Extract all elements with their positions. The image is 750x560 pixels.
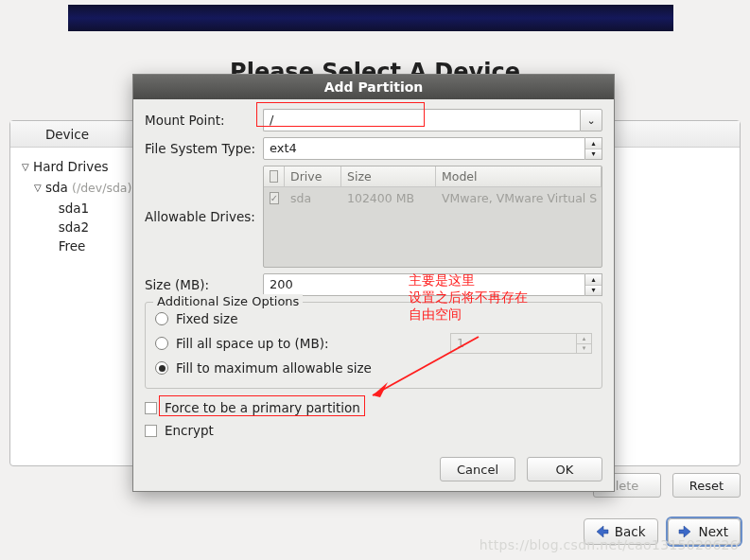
checkbox-icon [145, 425, 157, 437]
allowable-drives-list[interactable]: Drive Size Model sda 102400 MB VMware, V… [263, 166, 602, 268]
radio-icon [155, 312, 168, 325]
radio-icon [155, 337, 168, 350]
drives-row-sda[interactable]: sda 102400 MB VMware, VMware Virtual S [264, 187, 602, 208]
fs-type-label: File System Type: [145, 141, 263, 156]
row-size: Size (MB): 200 ▴ ▾ [145, 273, 602, 296]
drives-header: Drive Size Model [264, 166, 602, 187]
size-input[interactable]: 200 [263, 273, 585, 296]
chevron-up-icon: ▴ [585, 138, 602, 149]
checkbox-icon [145, 402, 157, 414]
row-mount-point: Mount Point: / ⌄ [145, 109, 602, 131]
allowable-drives-label: Allowable Drives: [145, 166, 263, 224]
dialog-title: Add Partition [133, 75, 614, 99]
radio-fill-up-to[interactable]: Fill all space up to (MB): 1 ▴▾ [155, 331, 592, 356]
size-label: Size (MB): [145, 277, 263, 292]
radio-fixed-size[interactable]: Fixed size [155, 306, 592, 331]
chevron-up-icon: ▴ [585, 274, 602, 286]
size-spinner[interactable]: ▴ ▾ [585, 273, 602, 296]
drive-checkbox[interactable] [270, 192, 279, 204]
row-allowable-drives: Allowable Drives: Drive Size Model sda 1… [145, 166, 602, 268]
column-device[interactable]: Device [10, 127, 124, 142]
radio-icon [155, 361, 168, 375]
additional-size-options: Additional Size Options Fixed size Fill … [145, 302, 602, 389]
checkbox-force-primary[interactable]: Force to be a primary partition [145, 396, 602, 419]
chevron-down-icon: ▾ [585, 286, 602, 296]
cancel-button[interactable]: Cancel [440, 457, 515, 481]
fill-up-to-input: 1 ▴▾ [450, 333, 592, 354]
dialog-button-row: Cancel OK [133, 451, 614, 491]
chevron-down-icon: ▾ [585, 149, 602, 160]
reset-button[interactable]: Reset [672, 473, 741, 498]
mount-point-input[interactable]: / [263, 109, 580, 131]
radio-fill-max[interactable]: Fill to maximum allowable size [155, 356, 592, 380]
fieldset-legend: Additional Size Options [153, 294, 303, 308]
ok-button[interactable]: OK [527, 457, 602, 481]
mount-point-dropdown-button[interactable]: ⌄ [580, 109, 602, 131]
watermark: https://blog.csdn.net/cao1315020626 [480, 537, 739, 552]
fs-type-select[interactable]: ext4 [263, 137, 585, 160]
fs-type-spinner[interactable]: ▴ ▾ [585, 137, 602, 160]
mount-point-label: Mount Point: [145, 113, 263, 128]
checkbox-encrypt[interactable]: Encrypt [145, 419, 602, 442]
add-partition-dialog: Add Partition Mount Point: / ⌄ File Syst… [132, 74, 615, 492]
top-banner [68, 5, 673, 31]
row-fs-type: File System Type: ext4 ▴ ▾ [145, 137, 602, 160]
chevron-down-icon: ⌄ [586, 114, 595, 127]
header-checkbox-icon [270, 170, 278, 183]
